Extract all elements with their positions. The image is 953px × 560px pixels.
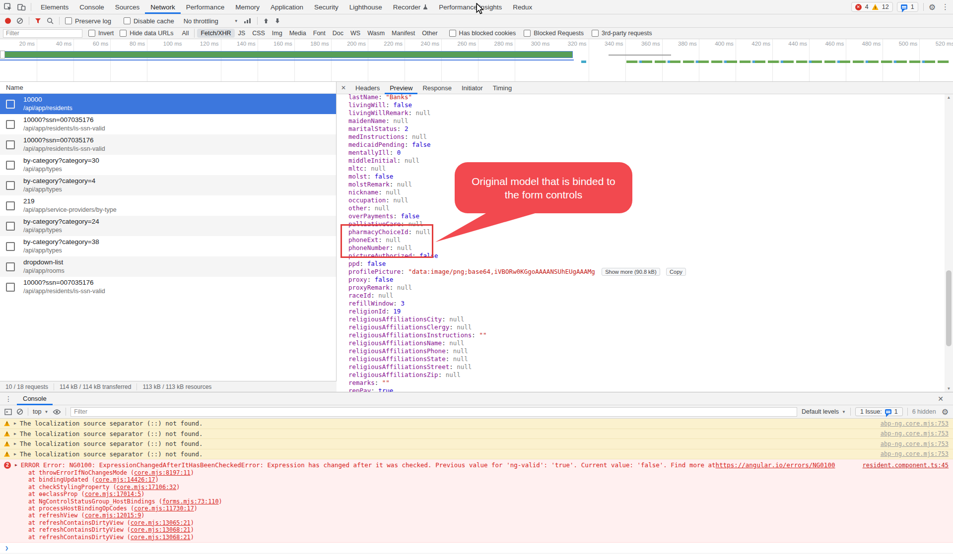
- expand-arrow-icon[interactable]: ▶: [14, 432, 16, 436]
- detail-tab[interactable]: Headers: [350, 82, 385, 94]
- request-checkbox[interactable]: [6, 100, 15, 109]
- stack-source-link[interactable]: core.mjs:13065:21: [131, 519, 191, 526]
- json-property-line[interactable]: livingWill: false Show more (90.8 kB) Co…: [348, 101, 945, 109]
- stack-source-link[interactable]: core.mjs:8197:11: [134, 469, 191, 476]
- console-warning-row[interactable]: ▶ The localization source separator (::)…: [0, 419, 953, 429]
- preserve-log-checkbox[interactable]: [65, 17, 72, 24]
- import-har-icon[interactable]: [263, 18, 269, 24]
- network-filter-input[interactable]: [3, 29, 82, 38]
- expand-arrow-icon[interactable]: ▶: [14, 452, 16, 456]
- source-link[interactable]: abp-ng.core.mjs:753: [881, 450, 949, 457]
- main-panel-tab[interactable]: Lighthouse: [344, 0, 388, 14]
- search-icon[interactable]: [47, 17, 54, 24]
- drawer-menu-icon[interactable]: ⋮: [5, 395, 12, 403]
- json-property-line[interactable]: ppd: false Show more (90.8 kB) Copy: [348, 260, 945, 268]
- main-panel-tab[interactable]: Recorder: [388, 0, 434, 14]
- console-warning-row[interactable]: ▶ The localization source separator (::)…: [0, 449, 953, 460]
- json-property-line[interactable]: molst: false Show more (90.8 kB) Copy: [348, 173, 945, 181]
- filter-funnel-icon[interactable]: [35, 18, 41, 24]
- json-property-line[interactable]: occupation: null Show more (90.8 kB) Cop…: [348, 196, 945, 204]
- request-checkbox[interactable]: [6, 140, 15, 149]
- hide-data-urls-checkbox[interactable]: [120, 30, 127, 37]
- disable-cache-checkbox[interactable]: [124, 17, 131, 24]
- invert-checkbox[interactable]: [88, 30, 95, 37]
- export-har-icon[interactable]: [274, 18, 280, 24]
- stack-source-link[interactable]: core.mjs:12015:9: [85, 512, 141, 519]
- resource-type-filter[interactable]: Fetch/XHR: [197, 29, 234, 38]
- json-property-line[interactable]: remarks: "" Show more (90.8 kB) Copy: [348, 379, 945, 387]
- issues-badge[interactable]: 1: [897, 2, 918, 12]
- stack-source-link[interactable]: core.mjs:13068:21: [131, 526, 191, 533]
- resource-type-filter[interactable]: Media: [286, 29, 310, 38]
- expand-arrow-icon[interactable]: ▶: [14, 441, 16, 446]
- close-drawer-icon[interactable]: ✕: [933, 395, 948, 403]
- request-row[interactable]: by-category?category=30 /api/app/types: [0, 155, 336, 175]
- source-link[interactable]: abp-ng.core.mjs:753: [881, 430, 949, 437]
- network-conditions-icon[interactable]: [244, 18, 252, 24]
- source-link[interactable]: abp-ng.core.mjs:753: [881, 440, 949, 447]
- request-checkbox[interactable]: [6, 283, 15, 292]
- preserve-log-checkbox-group[interactable]: Preserve log: [65, 17, 111, 25]
- console-sidebar-icon[interactable]: [4, 409, 12, 415]
- extra-filter-checkbox[interactable]: [449, 30, 456, 37]
- json-property-line[interactable]: pictureAuthorized: false Show more (90.8…: [348, 252, 945, 260]
- request-checkbox[interactable]: [6, 262, 15, 271]
- main-panel-tab[interactable]: Sources: [110, 0, 145, 14]
- json-property-line[interactable]: religionId: 19 Show more (90.8 kB) Copy: [348, 308, 945, 315]
- json-property-line[interactable]: religiousAffiliationsPhone: null Show mo…: [348, 347, 945, 355]
- extra-filter-checkbox[interactable]: [592, 30, 599, 37]
- json-property-line[interactable]: repPay: true Show more (90.8 kB) Copy: [348, 387, 945, 392]
- details-scrollbar[interactable]: ▲ ▼: [945, 94, 953, 392]
- console-filter-input[interactable]: [70, 407, 797, 417]
- scroll-down-icon[interactable]: ▼: [945, 386, 953, 391]
- json-property-line[interactable]: religiousAffiliationsZip: null Show more…: [348, 371, 945, 379]
- stack-source-link[interactable]: core.mjs:17106:32: [117, 484, 177, 491]
- resource-type-filter[interactable]: Manifest: [388, 29, 418, 38]
- json-property-line[interactable]: religiousAffiliationsStreet: null Show m…: [348, 363, 945, 371]
- request-row[interactable]: 10000?ssn=007035176 /api/app/residents/i…: [0, 277, 336, 297]
- json-property-line[interactable]: medicaidPending: false Show more (90.8 k…: [348, 141, 945, 149]
- json-property-line[interactable]: refillWindow: 3 Show more (90.8 kB) Copy: [348, 300, 945, 308]
- name-column-header[interactable]: Name: [0, 82, 336, 94]
- source-link[interactable]: abp-ng.core.mjs:753: [881, 420, 949, 427]
- resource-type-filter[interactable]: JS: [235, 29, 249, 38]
- resource-type-filter[interactable]: Font: [310, 29, 329, 38]
- request-row[interactable]: dropdown-list /api/app/rooms: [0, 256, 336, 277]
- json-property-line[interactable]: maidenName: null Show more (90.8 kB) Cop…: [348, 117, 945, 125]
- network-overview[interactable]: 20 ms40 ms60 ms80 ms100 ms120 ms140 ms16…: [0, 39, 953, 82]
- clear-console-icon[interactable]: [16, 408, 23, 415]
- extra-filter-checkbox-group[interactable]: Blocked Requests: [524, 30, 584, 37]
- main-panel-tab[interactable]: Performance: [181, 0, 230, 14]
- main-panel-tab[interactable]: Network: [145, 0, 181, 14]
- json-property-line[interactable]: livingWillRemark: null Show more (90.8 k…: [348, 109, 945, 117]
- json-property-line[interactable]: maritalStatus: 2 Show more (90.8 kB) Cop…: [348, 125, 945, 133]
- detail-tab[interactable]: Timing: [488, 82, 517, 94]
- request-row[interactable]: by-category?category=24 /api/app/types: [0, 216, 336, 236]
- request-row[interactable]: 10000?ssn=007035176 /api/app/residents/i…: [0, 114, 336, 134]
- resource-type-filter[interactable]: Doc: [329, 29, 347, 38]
- scrollbar-thumb[interactable]: [946, 270, 952, 346]
- resource-type-filter[interactable]: WS: [347, 29, 364, 38]
- json-property-line[interactable]: medInstructions: null Show more (90.8 kB…: [348, 133, 945, 141]
- request-checkbox[interactable]: [6, 161, 15, 170]
- resource-type-filter[interactable]: Wasm: [364, 29, 388, 38]
- console-warning-row[interactable]: ▶ The localization source separator (::)…: [0, 429, 953, 439]
- stack-source-link[interactable]: core.mjs:14426:17: [95, 476, 155, 483]
- main-panel-tab[interactable]: Application: [265, 0, 309, 14]
- settings-gear-icon[interactable]: ⚙: [929, 2, 936, 12]
- resource-type-filter[interactable]: Other: [418, 29, 441, 38]
- hide-data-urls-checkbox-group[interactable]: Hide data URLs: [120, 30, 173, 37]
- main-panel-tab[interactable]: Memory: [230, 0, 265, 14]
- console-error-block[interactable]: 2 ▶ ERROR Error: NG0100: ExpressionChang…: [0, 459, 953, 543]
- request-checkbox[interactable]: [6, 181, 15, 190]
- json-property-line[interactable]: mentallyIll: 0 Show more (90.8 kB) Copy: [348, 149, 945, 157]
- inspect-element-icon[interactable]: [4, 3, 12, 11]
- json-property-line[interactable]: middleInitial: null Show more (90.8 kB) …: [348, 157, 945, 165]
- error-docs-link[interactable]: https://angular.io/errors/NG0100: [716, 461, 835, 469]
- device-toolbar-icon[interactable]: [17, 3, 26, 11]
- close-icon[interactable]: ✕: [337, 84, 350, 91]
- stack-source-link[interactable]: core.mjs:11730:17: [134, 505, 194, 512]
- json-property-line[interactable]: lastName: "Banks" Show more (90.8 kB) Co…: [348, 94, 945, 101]
- main-panel-tab[interactable]: Console: [74, 0, 110, 14]
- overview-left-handle[interactable]: [0, 51, 5, 59]
